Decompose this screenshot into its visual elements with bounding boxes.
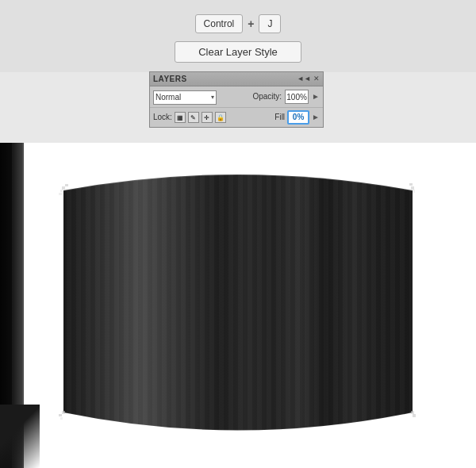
layers-panel: LAYERS ◄◄ ✕ Normal Multiply Screen Overl…	[149, 71, 324, 128]
svg-rect-9	[62, 411, 65, 414]
svg-rect-7	[409, 183, 413, 186]
layers-row1: Normal Multiply Screen Overlay Opacity: …	[150, 86, 323, 108]
lock-move-icon[interactable]: ✛	[202, 112, 213, 123]
panel-close-btn[interactable]: ✕	[313, 75, 320, 82]
plus-separator: +	[248, 17, 254, 30]
blend-mode-wrapper[interactable]: Normal Multiply Screen Overlay	[153, 89, 217, 105]
fill-arrow[interactable]: ►	[312, 113, 320, 121]
control-key[interactable]: Control	[195, 14, 244, 33]
fill-label: Fill	[274, 113, 285, 121]
layers-panel-title: LAYERS	[153, 75, 187, 83]
shortcut-row: Control + J	[195, 14, 282, 33]
layers-panel-titlebar: LAYERS ◄◄ ✕	[150, 72, 323, 86]
fill-value[interactable]: 0%	[287, 110, 309, 125]
panel-collapse-btn[interactable]: ◄◄	[297, 75, 311, 82]
svg-rect-3	[65, 184, 68, 186]
svg-rect-11	[60, 417, 63, 420]
svg-rect-12	[411, 411, 414, 414]
bottom-left-dark-patch	[0, 405, 40, 468]
opacity-label: Opacity:	[252, 92, 282, 101]
svg-rect-8	[413, 190, 415, 193]
j-key[interactable]: J	[259, 14, 281, 33]
clear-layer-style-button[interactable]: Clear Layer Style	[175, 41, 301, 63]
dark-cylinder-shape	[0, 143, 476, 468]
top-area: Control + J Clear Layer Style	[0, 0, 476, 72]
svg-rect-2	[62, 186, 65, 190]
opacity-arrow[interactable]: ►	[312, 92, 320, 101]
panel-controls: ◄◄ ✕	[297, 75, 320, 82]
canvas-area	[0, 143, 476, 468]
lock-label: Lock:	[153, 113, 172, 121]
layers-row2: Lock: ▦ ✎ ✛ 🔒 Fill 0% ►	[150, 108, 323, 127]
blend-mode-select[interactable]: Normal Multiply Screen Overlay	[153, 90, 217, 105]
svg-rect-6	[411, 186, 414, 190]
svg-rect-4	[60, 190, 63, 192]
lock-paint-icon[interactable]: ✎	[188, 112, 199, 123]
lock-checkerboard-icon[interactable]: ▦	[175, 112, 186, 123]
lock-all-icon[interactable]: 🔒	[215, 112, 226, 123]
svg-rect-10	[59, 414, 62, 416]
svg-rect-5	[59, 193, 62, 195]
svg-rect-13	[413, 414, 416, 417]
opacity-value[interactable]: 100%	[285, 90, 309, 104]
